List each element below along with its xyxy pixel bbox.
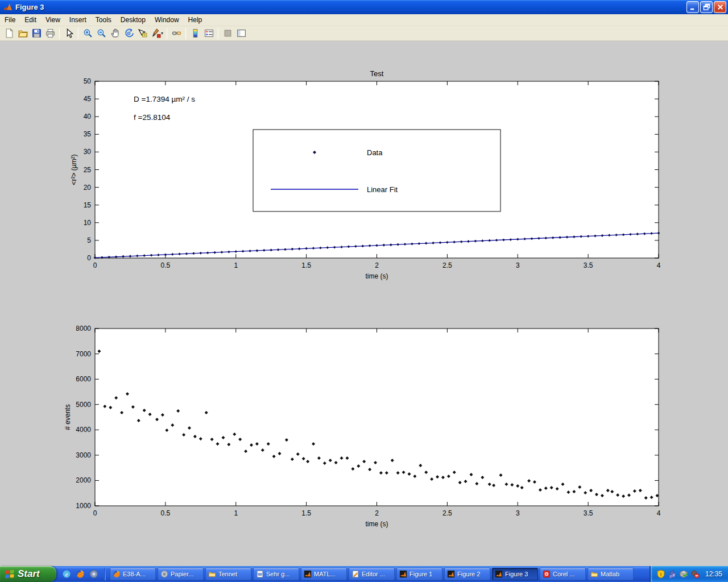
insert-colorbar-icon xyxy=(191,28,200,38)
x-tick-label: 1 xyxy=(234,261,238,269)
internet-explorer-icon[interactable]: e xyxy=(61,568,72,580)
x-tick-label: 0 xyxy=(93,261,97,269)
insert-legend-button[interactable] xyxy=(202,27,216,40)
windows-flag-icon xyxy=(5,569,15,579)
new-document-button[interactable] xyxy=(2,27,16,40)
link-plot-button[interactable] xyxy=(169,27,183,40)
task-button-tennet[interactable]: Tennet xyxy=(205,568,251,580)
rotate-3d-button[interactable] xyxy=(122,27,135,40)
show-plot-tools-button[interactable] xyxy=(234,27,248,40)
pointer-button[interactable] xyxy=(62,27,76,40)
x-tick-label: 2 xyxy=(375,261,379,269)
toolbar-separator xyxy=(167,28,167,39)
y-tick-label: 40 xyxy=(84,113,92,120)
package-check-icon[interactable] xyxy=(679,569,688,579)
hide-plot-tools-button[interactable] xyxy=(221,27,234,40)
menu-help[interactable]: Help xyxy=(184,14,207,26)
task-button-editor[interactable]: Editor ... xyxy=(349,568,395,580)
open-file-button[interactable] xyxy=(16,27,30,40)
y-tick-label: 10 xyxy=(84,219,92,227)
y-tick-label: 30 xyxy=(84,148,92,156)
x-tick-label: 4 xyxy=(657,509,661,517)
pan-icon xyxy=(110,28,120,38)
task-button-matlab[interactable]: Matlab xyxy=(588,568,634,580)
y-tick-label: 5 xyxy=(87,236,91,244)
matlab-icon xyxy=(399,570,407,578)
svg-text:e: e xyxy=(65,571,68,577)
taskbar-clock[interactable]: 12:35 xyxy=(705,570,722,578)
menu-file[interactable]: File xyxy=(0,14,20,26)
task-button-figure-3[interactable]: Figure 3 xyxy=(492,568,538,580)
brush-dropdown-button[interactable]: ▾ xyxy=(161,31,163,36)
y-tick-label: 6000 xyxy=(76,375,91,383)
word-doc-icon: W xyxy=(256,570,264,578)
x-tick-label: 1.5 xyxy=(301,261,311,269)
menu-edit[interactable]: Edit xyxy=(20,14,41,26)
pointer-icon xyxy=(64,28,74,38)
close-button[interactable] xyxy=(714,1,726,13)
charts-svg: 00.511.522.533.5405101520253035404550Tes… xyxy=(0,41,728,566)
task-button-figure-1[interactable]: Figure 1 xyxy=(396,568,442,580)
menu-tools[interactable]: Tools xyxy=(91,14,116,26)
x-tick-label: 2.5 xyxy=(442,261,452,269)
folder-icon xyxy=(590,570,598,578)
task-button-corel[interactable]: Corel ... xyxy=(540,568,586,580)
titlebar[interactable]: Figure 3 xyxy=(0,0,728,14)
task-button-label: Figure 3 xyxy=(505,571,528,577)
x-tick-label: 0.5 xyxy=(161,261,171,269)
y-tick-label: 1000 xyxy=(76,502,91,510)
x-tick-label: 3.5 xyxy=(584,509,593,517)
x-tick-label: 1 xyxy=(234,509,238,517)
firefox-icon[interactable] xyxy=(75,568,86,580)
no-connection-icon[interactable] xyxy=(690,569,700,579)
x-tick-label: 0 xyxy=(93,509,97,517)
restore-button[interactable] xyxy=(700,1,713,13)
menu-desktop[interactable]: Desktop xyxy=(116,14,150,26)
x-tick-label: 0.5 xyxy=(161,509,171,517)
start-button[interactable]: Start xyxy=(0,566,56,582)
task-button-e38-a[interactable]: E38-A... xyxy=(110,568,156,580)
x-tick-label: 3 xyxy=(516,509,520,517)
menu-view[interactable]: View xyxy=(41,14,65,26)
task-button-label: Figure 1 xyxy=(410,571,432,577)
hide-plot-tools-icon xyxy=(223,28,233,38)
x-tick-label: 3.5 xyxy=(584,261,593,269)
rotate-3d-icon xyxy=(124,28,134,38)
chart-1: 00.511.522.533.5410002000300040005000600… xyxy=(64,325,661,528)
x-axis-label: time (s) xyxy=(366,272,388,280)
security-shield-icon[interactable]: ! xyxy=(656,569,665,579)
media-app-icon[interactable] xyxy=(88,568,100,580)
zoom-out-button[interactable] xyxy=(94,27,108,40)
show-plot-tools-icon xyxy=(237,28,246,38)
menu-insert[interactable]: Insert xyxy=(65,14,91,26)
brush-icon xyxy=(151,28,161,38)
data-cursor-button[interactable] xyxy=(135,27,149,40)
task-button-papier[interactable]: Papier... xyxy=(158,568,204,580)
y-tick-label: 7000 xyxy=(76,350,91,358)
task-button-sehr-g[interactable]: WSehr g... xyxy=(253,568,299,580)
x-axis-label: time (s) xyxy=(366,520,388,528)
quick-launch: e xyxy=(56,568,103,580)
open-file-icon xyxy=(18,28,28,38)
save-button[interactable] xyxy=(30,27,43,40)
insert-legend-icon xyxy=(204,28,214,38)
task-button-matl[interactable]: MATL... xyxy=(301,568,347,580)
plot-area[interactable] xyxy=(95,329,659,506)
insert-colorbar-button[interactable] xyxy=(188,27,202,40)
print-button[interactable] xyxy=(43,27,57,40)
zoom-in-button[interactable] xyxy=(81,27,94,40)
data-cursor-icon xyxy=(138,28,147,38)
chart-0: 00.511.522.533.5405101520253035404550Tes… xyxy=(70,69,661,280)
minimize-button[interactable] xyxy=(686,1,699,13)
y-tick-label: 2000 xyxy=(76,476,91,484)
stacked-cards-icon[interactable] xyxy=(668,569,677,579)
y-tick-label: 20 xyxy=(84,184,92,192)
pan-button[interactable] xyxy=(108,27,122,40)
matlab-icon xyxy=(495,570,503,578)
y-axis-label: # events xyxy=(64,404,72,430)
legend-box[interactable] xyxy=(253,130,500,211)
svg-text:W: W xyxy=(258,572,262,577)
menu-window[interactable]: Window xyxy=(150,14,184,26)
task-button-figure-2[interactable]: Figure 2 xyxy=(444,568,490,580)
matlab-logo-icon xyxy=(3,2,13,12)
